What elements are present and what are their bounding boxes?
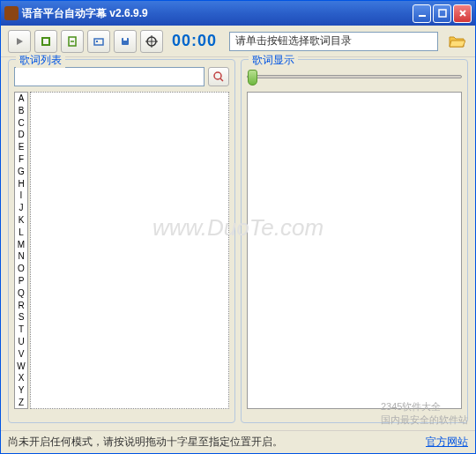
slider-row <box>247 67 462 86</box>
svg-marker-2 <box>17 38 23 45</box>
alpha-item-v[interactable]: V <box>15 348 27 361</box>
svg-rect-3 <box>42 38 49 45</box>
export-button[interactable] <box>61 30 84 53</box>
search-input[interactable] <box>14 67 205 86</box>
play-button[interactable] <box>8 30 31 53</box>
progress-slider[interactable] <box>247 75 462 78</box>
svg-point-10 <box>214 72 221 79</box>
window-controls <box>413 4 472 23</box>
browse-button[interactable] <box>445 30 468 53</box>
alpha-item-q[interactable]: Q <box>15 287 27 300</box>
lyrics-list[interactable] <box>30 92 229 409</box>
list-container: ABCDEFGHIJKLMNOPQRSTUVWXYZ <box>14 92 229 409</box>
path-input[interactable] <box>229 32 438 51</box>
lyrics-list-title: 歌词列表 <box>16 53 65 68</box>
alpha-item-e[interactable]: E <box>15 141 27 153</box>
alpha-item-y[interactable]: Y <box>15 384 27 397</box>
window-title: 语音平台自动字幕 v2.6.9.9 <box>22 6 413 21</box>
alpha-item-s[interactable]: S <box>15 311 27 324</box>
lyrics-list-panel: 歌词列表 ABCDEFGHIJKLMNOPQRSTUVWXYZ <box>8 59 235 423</box>
alpha-item-z[interactable]: Z <box>15 397 27 409</box>
search-button[interactable] <box>208 67 229 86</box>
svg-rect-0 <box>419 15 426 17</box>
folder-icon <box>448 33 465 49</box>
alpha-item-o[interactable]: O <box>15 263 27 275</box>
stop-button[interactable] <box>34 30 57 53</box>
settings-button[interactable] <box>87 30 110 53</box>
lyrics-display <box>247 92 462 409</box>
search-icon <box>212 71 225 83</box>
svg-rect-1 <box>439 10 446 17</box>
crosshair-icon <box>145 35 158 48</box>
svg-rect-5 <box>94 39 103 45</box>
alpha-item-c[interactable]: C <box>15 117 27 130</box>
status-text: 尚未开启任何模式，请按说明拖动十字星至指定位置开启。 <box>8 435 283 450</box>
alpha-item-d[interactable]: D <box>15 129 27 141</box>
alpha-item-a[interactable]: A <box>15 93 27 105</box>
alpha-item-h[interactable]: H <box>15 178 27 190</box>
alpha-item-r[interactable]: R <box>15 300 27 312</box>
app-window: 语音平台自动字幕 v2.6.9.9 <box>0 0 476 454</box>
alpha-item-x[interactable]: X <box>15 372 27 384</box>
search-row <box>14 67 229 86</box>
lyrics-display-panel: 歌词显示 <box>241 59 468 423</box>
alpha-item-p[interactable]: P <box>15 275 27 287</box>
alpha-item-i[interactable]: I <box>15 190 27 202</box>
svg-rect-8 <box>123 38 127 41</box>
target-button[interactable] <box>140 30 163 53</box>
minimize-icon <box>418 9 427 18</box>
alpha-index: ABCDEFGHIJKLMNOPQRSTUVWXYZ <box>14 92 28 409</box>
export-icon <box>66 35 78 48</box>
alpha-item-w[interactable]: W <box>15 361 27 373</box>
alpha-item-g[interactable]: G <box>15 166 27 178</box>
toolbar: 00:00 <box>1 26 475 57</box>
alpha-item-u[interactable]: U <box>15 336 27 348</box>
maximize-button[interactable] <box>433 4 451 23</box>
lyrics-display-title: 歌词显示 <box>249 53 298 68</box>
official-site-link[interactable]: 官方网站 <box>426 435 468 450</box>
alpha-item-l[interactable]: L <box>15 227 27 239</box>
alpha-item-k[interactable]: K <box>15 214 27 227</box>
alpha-item-n[interactable]: N <box>15 250 27 263</box>
maximize-icon <box>438 9 447 18</box>
minimize-button[interactable] <box>413 4 431 23</box>
stop-icon <box>40 35 52 48</box>
alpha-item-j[interactable]: J <box>15 202 27 214</box>
svg-rect-6 <box>96 41 98 42</box>
slider-thumb[interactable] <box>248 70 257 86</box>
settings-icon <box>93 35 105 48</box>
close-icon <box>458 9 467 18</box>
body-area: 歌词列表 ABCDEFGHIJKLMNOPQRSTUVWXYZ 歌词显示 <box>1 57 475 423</box>
disk-icon <box>119 35 131 48</box>
disk-button[interactable] <box>114 30 137 53</box>
close-button[interactable] <box>453 4 472 23</box>
time-display: 00:00 <box>172 32 217 50</box>
statusbar: 尚未开启任何模式，请按说明拖动十字星至指定位置开启。 官方网站 <box>1 430 475 453</box>
alpha-item-f[interactable]: F <box>15 153 27 166</box>
alpha-item-m[interactable]: M <box>15 239 27 251</box>
alpha-item-b[interactable]: B <box>15 105 27 117</box>
play-icon <box>13 35 26 48</box>
titlebar: 语音平台自动字幕 v2.6.9.9 <box>1 1 475 26</box>
app-icon <box>4 6 19 20</box>
alpha-item-t[interactable]: T <box>15 324 27 336</box>
